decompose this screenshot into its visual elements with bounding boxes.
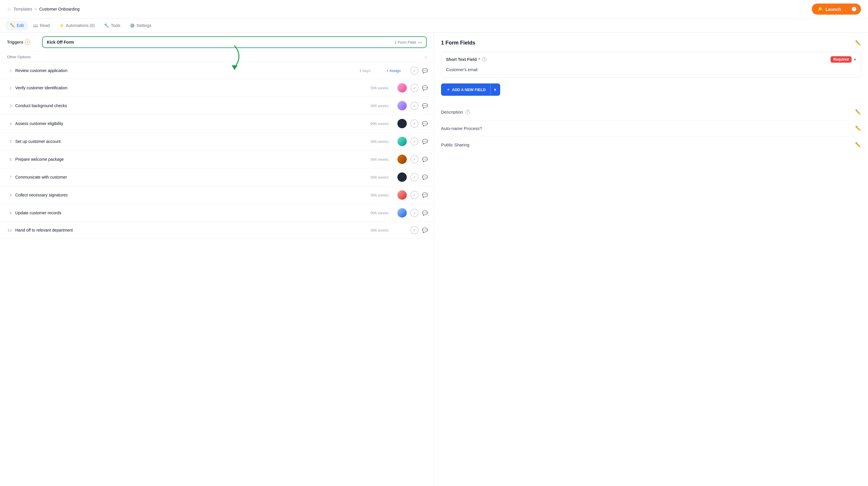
chat-icon[interactable]: 💬 [422,192,428,198]
chat-icon[interactable]: 💬 [422,85,428,91]
triggers-label: Triggers i [7,39,42,45]
auto-name-edit-button[interactable]: ✏️ [855,126,861,131]
task-name[interactable]: Collect necessary signatures [15,193,367,197]
table-row: 4 Assess customer eligibility 996 weeks … [0,115,434,133]
header: ☆ Templates > Customer Onboarding 🔔 Laun… [0,0,868,19]
task-complete-toggle[interactable]: ✓ [410,84,418,92]
table-row: 7 Communicate with customer 996 weeks ✓ … [0,168,434,186]
app-container: ☆ Templates > Customer Onboarding 🔔 Laun… [0,0,868,486]
tab-settings[interactable]: ⚙️ Settings [126,21,155,30]
avatar[interactable] [397,190,407,200]
launch-clock-icon[interactable]: 🕐 [847,3,861,14]
field-help-icon[interactable]: ? [482,57,487,62]
chat-icon[interactable]: 💬 [422,103,428,109]
breadcrumb: ☆ Templates > Customer Onboarding [7,6,80,12]
table-row: 10 Hand off to relevant department 996 w… [0,222,434,238]
main-layout: Triggers i Kick Off Form 1 Form Field ››… [0,33,868,486]
kickoff-form-box[interactable]: Kick Off Form 1 Form Field ››› [42,36,427,48]
task-name[interactable]: Hand off to relevant department [15,228,367,232]
task-name[interactable]: Set up customer account [15,139,367,144]
form-fields-title: 1 Form Fields [441,40,475,46]
task-complete-toggle[interactable]: ✓ [410,120,418,128]
required-asterisk: * [478,57,480,62]
task-number: 2 [6,86,12,90]
task-duration: 996 weeks [370,139,394,144]
chat-icon[interactable]: 💬 [422,210,428,216]
tab-edit[interactable]: ✏️ Edit [6,21,28,30]
task-name[interactable]: Communicate with customer [15,175,367,180]
tab-read-label: Read [40,23,50,28]
star-icon: ☆ [7,6,11,12]
avatar[interactable] [397,101,407,110]
tab-bar: ✏️ Edit 📖 Read ⚡ Automations (0) 🔧 Tools… [0,19,868,33]
breadcrumb-separator: > [35,7,37,11]
settings-icon: ⚙️ [130,23,135,28]
avatar[interactable] [397,172,407,182]
read-icon: 📖 [33,23,38,28]
add-field-button[interactable]: ＋ ADD A NEW FIELD ▾ [441,84,500,96]
task-duration: 996 weeks [370,86,394,90]
avatar[interactable] [397,155,407,164]
task-name[interactable]: Prepare welcome package [15,157,367,162]
required-badge[interactable]: Required [831,56,851,63]
avatar[interactable] [397,137,407,146]
tab-edit-label: Edit [17,23,24,28]
chat-icon[interactable]: 💬 [422,121,428,127]
kickoff-meta: 1 Form Field ››› [395,40,422,44]
task-number: 3 [6,104,12,108]
add-field-caret[interactable]: ▾ [491,85,500,95]
task-duration: 996 weeks [370,157,394,162]
public-sharing-label: Public Sharing [441,142,469,147]
task-complete-toggle[interactable]: ✓ [410,66,418,75]
auto-name-label: Auto-name Process? [441,126,482,131]
field-type-label: Short Text Field * ? [446,57,487,62]
tab-read[interactable]: 📖 Read [29,21,54,30]
edit-title-button[interactable]: ✏️ [855,40,861,46]
task-name[interactable]: Verify customer identification [15,86,367,90]
task-complete-toggle[interactable]: ✓ [410,155,418,163]
right-panel-title: 1 Form Fields ✏️ [441,40,861,46]
task-complete-toggle[interactable]: ✓ [410,209,418,217]
task-number: 5 [6,139,12,144]
task-duration: 996 weeks [370,175,394,180]
avatar[interactable] [397,119,407,128]
launch-icon: 🔔 [818,6,823,12]
chat-icon[interactable]: 💬 [422,68,428,73]
task-number: 7 [6,175,12,180]
task-name[interactable]: Conduct background checks [15,103,367,108]
tab-automations[interactable]: ⚡ Automations (0) [55,21,99,30]
description-help-icon[interactable]: ? [465,110,470,115]
chat-icon[interactable]: 💬 [422,227,428,233]
assign-button[interactable]: + Assign [386,68,407,73]
task-name[interactable]: Review customer application [15,68,356,73]
other-options-label: Other Options [7,55,31,59]
avatar[interactable] [397,83,407,93]
task-name[interactable]: Update customer records [15,210,367,215]
triggers-info-icon[interactable]: i [25,39,30,45]
description-edit-button[interactable]: ✏️ [855,109,861,115]
task-complete-toggle[interactable]: ✓ [410,173,418,181]
task-number: 9 [6,211,12,215]
tools-icon: 🔧 [104,23,109,28]
triggers-text: Triggers [7,40,23,44]
tab-tools[interactable]: 🔧 Tools [100,21,124,30]
right-panel: 1 Form Fields ✏️ Short Text Field * ? Re… [434,33,868,486]
triggers-row: Triggers i Kick Off Form 1 Form Field ››… [0,33,434,52]
task-number: 4 [6,122,12,126]
task-complete-toggle[interactable]: ✓ [410,226,418,234]
chat-icon[interactable]: 💬 [422,174,428,180]
avatar[interactable] [397,208,407,218]
task-complete-toggle[interactable]: ✓ [410,137,418,145]
chat-icon[interactable]: 💬 [422,157,428,162]
table-row: 6 Prepare welcome package 996 weeks ✓ 💬 [0,151,434,168]
task-complete-toggle[interactable]: ✓ [410,191,418,199]
chat-icon[interactable]: 💬 [422,139,428,144]
breadcrumb-parent[interactable]: Templates [13,7,32,11]
task-number: 10 [6,228,12,232]
task-name[interactable]: Assess customer eligibility [15,121,367,126]
dropdown-arrow-icon[interactable]: ▾ [854,57,856,62]
task-complete-toggle[interactable]: ✓ [410,102,418,110]
other-options-row[interactable]: Other Options › [0,52,434,62]
public-sharing-edit-button[interactable]: ✏️ [855,142,861,148]
launch-button[interactable]: 🔔 Launch 🕐 [812,3,861,14]
